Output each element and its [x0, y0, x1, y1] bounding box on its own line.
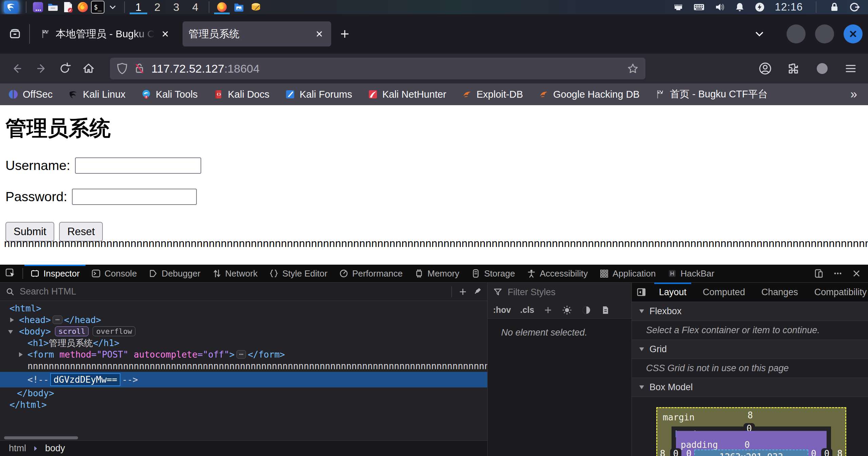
- bookmark-kali-linux[interactable]: Kali Linux: [68, 89, 126, 100]
- breadcrumb-html[interactable]: html: [9, 443, 26, 454]
- bookmark-google-hacking-db[interactable]: Google Hacking DB: [539, 89, 640, 100]
- kali-menu-button[interactable]: [4, 1, 18, 13]
- expand-arrow-icon[interactable]: [19, 352, 23, 357]
- bookmark-kali-forums[interactable]: Kali Forums: [285, 89, 352, 100]
- padding-right-value[interactable]: 0: [811, 449, 816, 456]
- overflow-badge[interactable]: overflow: [93, 326, 135, 336]
- border-right-value[interactable]: 0: [821, 448, 833, 456]
- node-comment-selected[interactable]: <!-- dGVzdDEyMw== -->: [0, 372, 487, 387]
- devtools-tab-performance[interactable]: Performance: [333, 265, 409, 282]
- class-toggle[interactable]: .cls: [520, 305, 534, 315]
- add-node-icon[interactable]: [458, 287, 468, 297]
- node-html-close[interactable]: </html>: [0, 399, 487, 411]
- boxmodel-content-box[interactable]: 1263×201.933: [694, 450, 808, 456]
- tab-changes[interactable]: Changes: [753, 283, 806, 302]
- sidebar-toggle-icon[interactable]: [632, 283, 651, 302]
- tab-computed[interactable]: Computed: [695, 283, 753, 302]
- bookmark-kali-nethunter[interactable]: Kali NetHunter: [368, 89, 447, 100]
- tracking-shield-icon[interactable]: [117, 62, 128, 75]
- collapse-arrow-icon[interactable]: [8, 330, 13, 334]
- node-picker-icon[interactable]: [0, 265, 21, 282]
- breadcrumb-body[interactable]: body: [45, 443, 65, 454]
- devtools-tab-accessibility[interactable]: Accessibility: [521, 265, 594, 282]
- firefox-view-icon[interactable]: [5, 24, 24, 43]
- margin-left-value[interactable]: 8: [660, 449, 665, 456]
- grid-section-header[interactable]: Grid: [632, 340, 868, 359]
- flexbox-section-header[interactable]: Flexbox: [632, 302, 868, 321]
- eyedropper-icon[interactable]: [472, 287, 482, 297]
- devtools-tab-storage[interactable]: Storage: [465, 265, 521, 282]
- minimize-button[interactable]: [787, 24, 806, 43]
- workspace-3[interactable]: 3: [168, 0, 185, 14]
- network-icon[interactable]: [673, 2, 684, 13]
- devtools-tab-debugger[interactable]: Debugger: [143, 265, 206, 282]
- responsive-mode-icon[interactable]: [814, 268, 824, 279]
- bookmark-offsec[interactable]: OffSec: [8, 89, 53, 100]
- password-field[interactable]: [72, 189, 197, 205]
- launcher-chevron-down-icon[interactable]: [106, 0, 119, 14]
- bookmarks-overflow-chevron[interactable]: »: [850, 87, 860, 101]
- meatball-menu-icon[interactable]: [833, 268, 843, 279]
- close-window-button[interactable]: [844, 24, 863, 43]
- page-style-doc-icon[interactable]: [601, 305, 610, 315]
- lock-screen-icon[interactable]: [829, 2, 839, 13]
- margin-right-value[interactable]: 8: [837, 449, 843, 456]
- launcher-app-icon[interactable]: [31, 0, 45, 14]
- node-body-close[interactable]: </body>: [0, 387, 487, 399]
- tab-compatibility[interactable]: Compatibility: [806, 283, 868, 302]
- username-field[interactable]: [75, 157, 201, 174]
- tab-close-icon[interactable]: [314, 28, 325, 40]
- workspace-2[interactable]: 2: [149, 0, 166, 14]
- reload-button[interactable]: [53, 58, 77, 79]
- add-rule-icon[interactable]: [543, 305, 553, 315]
- border-left-value[interactable]: 0: [670, 448, 682, 456]
- keyboard-layout-icon[interactable]: [693, 2, 705, 13]
- list-all-tabs-chevron-icon[interactable]: [750, 24, 769, 43]
- pseudo-class-toggle[interactable]: :hov: [493, 305, 511, 315]
- scrollbar-thumb[interactable]: [4, 436, 78, 439]
- bookmark-exploit-db[interactable]: Exploit-DB: [462, 89, 523, 100]
- logout-icon[interactable]: [849, 2, 860, 13]
- boxmodel-margin-box[interactable]: margin 8 border 0 padding 0 1263×201.933: [656, 407, 846, 456]
- boxmodel-section-header[interactable]: Box Model: [632, 378, 868, 397]
- boxmodel-padding-box[interactable]: padding 0 1263×201.933: [676, 431, 827, 456]
- devtools-tab-memory[interactable]: Memory: [409, 265, 465, 282]
- bookmark-kali-tools[interactable]: Kali Tools: [141, 89, 198, 100]
- forward-button[interactable]: [29, 58, 53, 79]
- menu-hamburger-icon[interactable]: [839, 58, 863, 79]
- devtools-tab-network[interactable]: Network: [206, 265, 263, 282]
- search-html-bar[interactable]: Search HTML: [0, 283, 487, 301]
- home-button[interactable]: [77, 58, 100, 79]
- devtools-tab-console[interactable]: Console: [86, 265, 143, 282]
- extensions-puzzle-icon[interactable]: [782, 58, 806, 79]
- file-manager-icon[interactable]: [46, 0, 60, 14]
- url-bar[interactable]: 117.72.52.127:18604: [110, 58, 645, 79]
- volume-icon[interactable]: [714, 2, 725, 13]
- ellipsis-chip[interactable]: ⋯: [237, 350, 246, 359]
- boxmodel-border-box[interactable]: border 0 padding 0 1263×201.933: [672, 426, 831, 456]
- node-text[interactable]: nnnnnnnnnnnnnnnnnnnnnnnnnnnnnnnnnnnnnnnn…: [0, 360, 487, 372]
- devtools-tab-application[interactable]: Application: [593, 265, 661, 282]
- tab-close-icon[interactable]: [159, 28, 171, 40]
- devtools-tab-hackbar[interactable]: HackBar: [662, 265, 720, 282]
- comment-edit-field[interactable]: dGVzdDEyMw==: [50, 373, 121, 386]
- node-html-open[interactable]: <html>: [0, 303, 487, 314]
- maximize-button[interactable]: [815, 24, 834, 43]
- power-manager-icon[interactable]: [754, 2, 765, 13]
- bookmark-star-icon[interactable]: [627, 63, 639, 74]
- workspace-1[interactable]: 1: [130, 0, 147, 14]
- expand-arrow-icon[interactable]: [10, 318, 14, 322]
- terminal-icon[interactable]: $_: [91, 1, 105, 14]
- back-button[interactable]: [5, 58, 29, 79]
- scroll-badge[interactable]: scroll: [55, 326, 89, 336]
- insecure-lock-icon[interactable]: [134, 62, 145, 75]
- taskbar-firefox-icon[interactable]: [214, 0, 230, 14]
- taskbar-files-icon[interactable]: [231, 0, 247, 14]
- node-head[interactable]: <head>⋯</head>: [0, 314, 487, 326]
- browser-tab-admin[interactable]: 管理员系统: [183, 21, 331, 46]
- node-form[interactable]: <form method="POST" autocomplete="off">⋯…: [0, 349, 487, 360]
- padding-top-value[interactable]: 0: [744, 440, 750, 450]
- new-tab-button[interactable]: [336, 25, 354, 43]
- ellipsis-chip[interactable]: ⋯: [53, 316, 62, 324]
- taskbar-editor-icon[interactable]: [248, 0, 264, 14]
